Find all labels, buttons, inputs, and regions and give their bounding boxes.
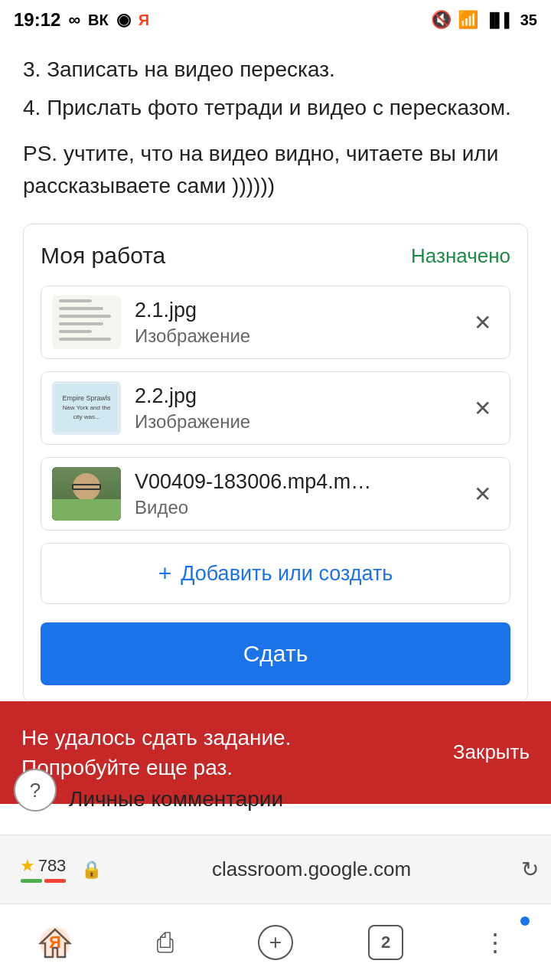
green-bar <box>21 879 42 883</box>
add-label: Добавить или создать <box>181 562 393 586</box>
close-icon-2: ✕ <box>474 396 491 421</box>
home-icon: Я <box>36 923 74 962</box>
signal-icon: ▐▌▌ <box>484 12 514 28</box>
mute-icon: 🔇 <box>431 10 452 30</box>
thumb-line <box>59 299 92 302</box>
status-right: 🔇 📶 ▐▌▌ 35 <box>431 10 537 30</box>
face-glasses <box>72 484 101 490</box>
thumb-line <box>59 322 103 325</box>
battery-level: 35 <box>520 11 537 29</box>
main-content: 3. Записать на видео пересказ. 4. Присла… <box>0 40 551 703</box>
file-type-1: Изображение <box>135 325 465 347</box>
add-tab-icon: + <box>258 925 293 960</box>
thumb-line <box>59 307 103 310</box>
file-thumbnail-1 <box>52 296 121 349</box>
thumb-lines <box>59 299 114 345</box>
instruction-4: 4. Прислать фото тетради и видео с перес… <box>23 92 528 124</box>
nav-menu[interactable]: ⋮ <box>465 920 527 965</box>
video-face <box>52 467 121 521</box>
file-type-2: Изображение <box>135 411 465 433</box>
nav-bar: Я ⎙ + 2 ⋮ <box>0 903 551 980</box>
my-work-card: Моя работа Назначено 2.1.jpg Изображение <box>23 224 528 703</box>
help-icon: ? <box>30 779 41 802</box>
lock-icon: 🔒 <box>81 860 102 880</box>
personal-comments-label: Личные комментарии <box>69 787 283 812</box>
browser-rating: ★ 783 <box>12 856 73 883</box>
red-bar <box>44 879 66 883</box>
yandex-icon: Я <box>139 11 149 29</box>
error-close-button[interactable]: Закрыть <box>438 740 530 764</box>
svg-text:Я: Я <box>49 933 61 952</box>
file-name-3: V00409-183006.mp4.m… <box>135 470 465 494</box>
status-time: 19:12 <box>14 9 60 31</box>
nav-share[interactable]: ⎙ <box>135 920 196 965</box>
file-info-2: 2.2.jpg Изображение <box>135 384 465 433</box>
menu-dots-icon: ⋮ <box>483 928 509 957</box>
infinite-icon: ∞ <box>68 10 80 30</box>
browser-stars: ★ 783 <box>20 856 67 876</box>
thumb-line <box>59 338 111 341</box>
file-thumbnail-3 <box>52 467 121 521</box>
close-icon-1: ✕ <box>474 310 491 335</box>
my-work-title: Моя работа <box>41 243 165 269</box>
instruction-text: 3. Записать на видео пересказ. 4. Присла… <box>23 54 528 124</box>
ps-text: PS. учтите, что на видео видно, читаете … <box>23 138 528 202</box>
file-remove-2[interactable]: ✕ <box>465 391 499 425</box>
vk-icon: ВК <box>88 11 109 29</box>
thumb-line <box>59 315 111 318</box>
file-remove-3[interactable]: ✕ <box>465 477 499 511</box>
status-bar: 19:12 ∞ ВК ◉ Я 🔇 📶 ▐▌▌ 35 <box>0 0 551 40</box>
nav-add-tab[interactable]: + <box>245 920 306 965</box>
file-info-3: V00409-183006.mp4.m… Видео <box>135 470 465 518</box>
url-text: classroom.google.com <box>212 858 411 881</box>
check-circle-icon: ◉ <box>116 10 131 30</box>
star-icon: ★ <box>20 856 35 876</box>
file-name-2: 2.2.jpg <box>135 384 465 408</box>
rating-value: 783 <box>38 856 67 876</box>
help-button[interactable]: ? <box>14 769 57 812</box>
share-icon: ⎙ <box>157 926 174 959</box>
status-left: 19:12 ∞ ВК ◉ Я <box>14 9 149 31</box>
wifi-icon: 📶 <box>458 10 478 30</box>
file-item-3: V00409-183006.mp4.m… Видео ✕ <box>41 457 510 531</box>
tab-count-icon: 2 <box>368 925 403 960</box>
instruction-3: 3. Записать на видео пересказ. <box>23 54 528 86</box>
nav-home[interactable]: Я <box>24 920 86 965</box>
thumb-line <box>59 330 92 333</box>
file-item-2: Empire SprawlsNew York and thecity was..… <box>41 371 510 445</box>
add-icon: + <box>158 560 172 586</box>
file-item-1: 2.1.jpg Изображение ✕ <box>41 286 510 359</box>
file-thumbnail-2: Empire SprawlsNew York and thecity was..… <box>52 381 121 435</box>
nav-tab-count[interactable]: 2 <box>355 920 416 965</box>
file-type-3: Видео <box>135 497 465 518</box>
submit-button[interactable]: Сдать <box>41 622 510 685</box>
add-button[interactable]: + Добавить или создать <box>41 543 510 604</box>
rating-bars <box>21 879 66 883</box>
file-name-1: 2.1.jpg <box>135 299 465 322</box>
my-work-header: Моя работа Назначено <box>41 243 510 269</box>
my-work-status: Назначено <box>411 244 510 268</box>
file-remove-1[interactable]: ✕ <box>465 305 499 339</box>
error-message: Не удалось сдать задание.Попробуйте еще … <box>21 723 438 782</box>
browser-url-bar[interactable]: classroom.google.com <box>109 858 514 881</box>
close-icon-3: ✕ <box>474 482 491 507</box>
file-info-1: 2.1.jpg Изображение <box>135 299 465 347</box>
reload-button[interactable]: ↻ <box>521 857 539 882</box>
browser-bar: ★ 783 🔒 classroom.google.com ↻ <box>0 835 551 903</box>
